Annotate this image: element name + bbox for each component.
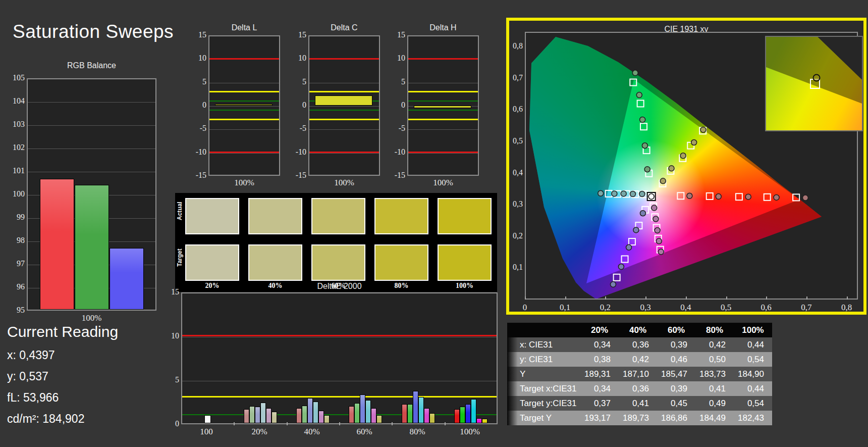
rgb-ytick: 95 [6,306,25,315]
target-swatch-80% [374,244,428,281]
limit-line [209,58,279,60]
rgb-ytick: 103 [6,120,25,129]
cie-xtick: 0,2 [595,303,615,313]
deltae-bar [349,406,354,423]
limit-line [408,58,478,60]
delta-ytick: -10 [385,147,405,157]
target-square-red [764,194,771,201]
deltae-bar [365,400,371,423]
gridline [209,129,279,130]
deltae-bar [371,408,376,423]
page-title: Saturation Sweeps [13,21,174,42]
axis-tick [847,296,848,300]
table-cell: 0,38 [580,352,619,367]
measured-point-cyan [621,191,626,196]
current-reading-x: x: 0,4397 [7,349,55,362]
target-swatch-40% [248,244,302,281]
target-square-blue [622,256,628,262]
axis-tick [445,422,446,425]
delta-c-title: Delta C [308,23,380,32]
delta-ytick: 5 [385,77,405,86]
cie-ytick: 0,3 [509,200,523,209]
gridline [182,381,497,381]
cie-xtick: 0,1 [555,303,575,313]
saturation-table: 20%40%60%80%100%x: CIE310,340,360,390,42… [507,323,772,425]
table-row: y: CIE310,380,420,460,500,54 [507,352,772,367]
axis-tick [392,422,393,425]
delta-c-plot [308,35,380,176]
cie-xtick: 0 [515,303,535,313]
table-cell: 0,49 [695,396,734,411]
deltae-bar [318,411,324,423]
table-cell: 0,54 [734,396,772,411]
deltae-bar [413,391,418,423]
limit-line [408,91,478,92]
table-row-label: Target Y [518,411,580,425]
gridline [28,125,155,126]
measured-point-magenta [653,216,659,222]
measured-point-magenta [655,228,660,233]
table-row-label: Target x:CIE31 [518,381,580,396]
table-cell: 0,42 [619,352,657,367]
table-cell: 182,43 [734,411,772,425]
delta-ytick: 5 [286,77,306,86]
rgb-ytick: 100 [6,189,25,198]
target-square-green [640,123,647,130]
axis-tick [525,296,526,300]
gridline [209,83,279,83]
target-swatch-100% [438,244,492,281]
table-cell: 0,45 [657,396,695,411]
delta-ytick: 10 [286,54,306,63]
cie-1931-panel: CIE 1931 xy 00,10,20,30,40,50,60,70,80,1… [506,18,866,315]
limit-line [209,91,279,92]
table-row-label: Y [518,367,580,381]
current-reading-fl: fL: 53,966 [7,391,59,405]
limit-line [309,119,379,120]
delta-ytick: -5 [286,124,306,133]
delta-ytick: -15 [186,171,206,180]
target-square-red [707,193,713,200]
gridline [28,148,155,149]
table-col-header: 80% [695,323,734,337]
table-col-header: 20% [580,323,619,337]
gridline [182,337,497,337]
gridline [408,83,478,83]
limit-line [182,414,497,415]
limit-line [209,119,279,120]
measured-point-red [716,194,721,200]
deltae-bar [244,409,249,423]
cie-ytick: 0,5 [509,136,523,145]
table-cell: 0,42 [695,337,734,352]
rgb-xlabel: 100% [27,313,156,323]
deltae-ytick: 10 [159,331,179,340]
deltae-group-label: 80% [397,427,438,437]
table-cell: 186,86 [657,411,695,425]
swatch-row-label: Actual [176,210,183,220]
cie-xtick: 0,6 [756,303,776,313]
cie-zoom-inset [765,36,863,131]
actual-swatch-20% [185,198,239,234]
gridline [309,83,379,83]
measured-point-red [774,194,779,200]
rgb-balance-title: RGB Balance [27,61,156,70]
deltae-bar [324,415,330,423]
rgb-ytick: 102 [6,143,25,152]
table-row-label: x: CIE31 [518,337,580,352]
rgb-ytick: 97 [6,259,25,268]
target-square-red [677,192,684,199]
target-square-blue [629,238,635,245]
gridline [408,129,478,130]
deltae-bar [307,398,313,423]
measured-point-yellow [669,166,674,171]
table-cell: 0,39 [657,381,695,396]
deltae-ytick: 0 [159,419,179,428]
cie-xtick: 0,5 [716,303,736,313]
deltae-bar [429,413,435,423]
measured-point-green [636,92,642,98]
deltae-title: DeltaE 2000 [181,282,498,291]
limit-line [182,335,497,336]
axis-tick [686,296,687,300]
measured-point-yellow [691,140,697,145]
delta-ytick: 0 [186,101,206,110]
deltae-bar [296,408,302,423]
